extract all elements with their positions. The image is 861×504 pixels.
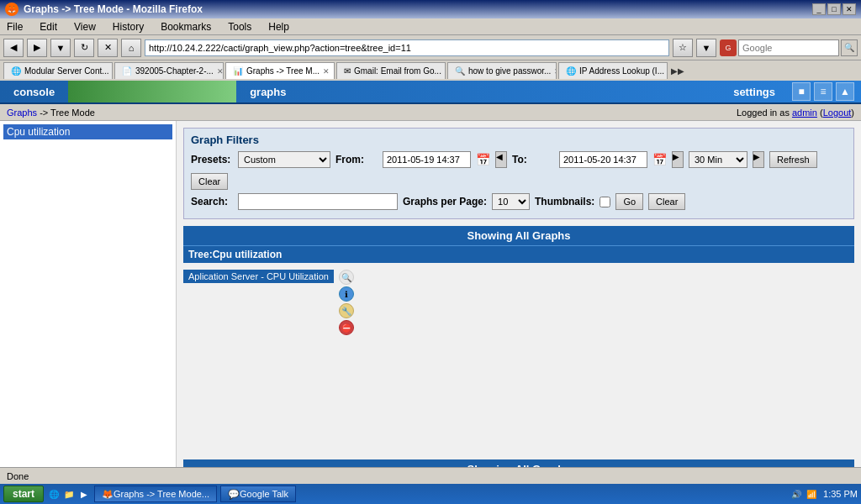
interval-arrow[interactable]: ▶ — [753, 151, 764, 168]
menu-tools[interactable]: Tools — [224, 20, 255, 34]
search-input[interactable] — [238, 193, 398, 210]
tab-password[interactable]: 🔍 how to give passwor... ✕ — [447, 62, 557, 79]
tab-gmail-favicon: ✉ — [344, 66, 351, 76]
thumbnails-checkbox[interactable] — [600, 197, 610, 207]
taskbar-time: 1:35 PM — [823, 489, 858, 499]
tree-label: Tree: — [188, 249, 213, 260]
zoom-icon[interactable]: 🔍 — [339, 270, 354, 285]
tab-gmail-close[interactable]: ✕ — [445, 67, 446, 76]
settings-icon[interactable]: 🔧 — [339, 303, 354, 318]
logout-link[interactable]: Logout — [823, 108, 852, 118]
tray-icon-2: 📶 — [805, 487, 818, 501]
breadcrumb-separator: -> — [40, 108, 50, 118]
statusbar: Done — [0, 467, 861, 484]
maximize-button[interactable]: □ — [827, 3, 841, 15]
tab-chapter-label: 392005-Chapter-2-... — [135, 66, 214, 76]
graphs-per-page-select[interactable]: 10 5 20 50 — [492, 193, 530, 210]
to-arrow-right[interactable]: ▶ — [672, 151, 684, 168]
taskbar-googletalk-label: Google Talk — [240, 489, 288, 499]
menu-bookmarks[interactable]: Bookmarks — [157, 20, 214, 34]
taskbar-firefox-label: Graphs -> Tree Mode... — [114, 489, 209, 499]
nav-settings[interactable]: settings — [720, 82, 789, 102]
interval-select[interactable]: 30 Min 1 Hour — [689, 151, 747, 168]
menu-edit[interactable]: Edit — [36, 20, 61, 34]
nav-icon-3[interactable]: ▲ — [836, 82, 854, 101]
status-text: Done — [7, 471, 29, 481]
graph-entry-label[interactable]: Aplication Server - CPU Utilization — [183, 270, 334, 283]
from-calendar-icon[interactable]: 📅 — [476, 153, 490, 166]
close-button[interactable]: ✕ — [843, 3, 856, 15]
login-username[interactable]: admin — [792, 108, 817, 118]
browser-tabs: 🌐 Modular Server Cont... ✕ 📄 392005-Chap… — [0, 60, 861, 81]
search-input[interactable] — [738, 39, 839, 56]
system-tray-icons: 🔊 📶 — [790, 487, 818, 501]
presets-select[interactable]: Custom Last Hour Last Day — [238, 151, 330, 168]
menubar: File Edit View History Bookmarks Tools H… — [0, 18, 861, 35]
nav-icon-2[interactable]: ≡ — [814, 82, 832, 101]
tab-ip-label: IP Address Lookup (I... — [579, 66, 664, 76]
url-text: http://10.24.2.222/cacti/graph_view.php?… — [149, 43, 411, 53]
tab-graphs-close[interactable]: ✕ — [323, 67, 330, 76]
back-button[interactable]: ◀ — [3, 39, 24, 57]
taskbar-firefox-icon: 🦊 — [102, 489, 114, 500]
tab-graphs[interactable]: 📊 Graphs -> Tree M... ✕ — [225, 62, 335, 79]
menu-file[interactable]: File — [3, 20, 26, 34]
breadcrumb: Graphs -> Tree Mode — [7, 108, 95, 118]
graph-action-icons: 🔍 ℹ 🔧 ⛔ — [339, 270, 354, 335]
tab-modular-favicon: 🌐 — [11, 66, 21, 76]
nav-graphs[interactable]: graphs — [236, 81, 299, 102]
tab-chapter-close[interactable]: ✕ — [217, 67, 224, 76]
menu-help[interactable]: Help — [265, 20, 293, 34]
window-controls[interactable]: _ □ ✕ — [812, 3, 856, 15]
taskbar: start 🌐 📁 ▶ 🦊 Graphs -> Tree Mode... 💬 G… — [0, 484, 861, 504]
tab-modular[interactable]: 🌐 Modular Server Cont... ✕ — [3, 62, 113, 79]
go-button[interactable]: Go — [615, 193, 643, 210]
refresh-button[interactable]: Refresh — [769, 151, 817, 168]
thumbnails-label: Thumbnails: — [535, 196, 594, 207]
dropdown-button[interactable]: ▼ — [50, 39, 71, 57]
taskbar-googletalk[interactable]: 💬 Google Talk — [220, 486, 296, 502]
login-prefix: Logged in as — [737, 108, 790, 118]
forward-button[interactable]: ▶ — [27, 39, 47, 57]
stop-button[interactable]: ✕ — [98, 39, 118, 57]
clear-button-2[interactable]: Clear — [648, 193, 685, 210]
bookmark-button[interactable]: ☆ — [673, 39, 693, 57]
tab-gmail[interactable]: ✉ Gmail: Email from Go... ✕ — [336, 62, 446, 79]
tab-ip-favicon: 🌐 — [566, 66, 576, 76]
nav-console[interactable]: console — [0, 81, 68, 102]
tree-name: Cpu utilization — [213, 249, 283, 260]
bookmark-dropdown[interactable]: ▼ — [696, 39, 716, 57]
info-icon[interactable]: ℹ — [339, 286, 354, 302]
minimize-button[interactable]: _ — [812, 3, 826, 15]
sidebar-item-cpu[interactable]: Cpu utilization — [3, 124, 172, 139]
taskbar-googletalk-icon: 💬 — [228, 489, 240, 500]
from-input[interactable] — [383, 151, 471, 168]
to-calendar-icon[interactable]: 📅 — [652, 153, 667, 166]
search-engine-icon: G — [720, 39, 737, 56]
delete-icon[interactable]: ⛔ — [339, 320, 354, 335]
showing-all-graphs-header: Showing All Graphs — [183, 226, 854, 245]
search-go-button[interactable]: 🔍 — [841, 39, 858, 56]
from-arrow-left[interactable]: ◀ — [495, 151, 507, 168]
reload-button[interactable]: ↻ — [74, 39, 94, 57]
filter-row-2: Search: Graphs per Page: 10 5 20 50 Thum… — [191, 193, 847, 210]
menu-view[interactable]: View — [71, 20, 99, 34]
firefox-icon: 🦊 — [5, 3, 18, 16]
filter-row-1: Presets: Custom Last Hour Last Day From:… — [191, 151, 847, 190]
breadcrumb-graphs-link[interactable]: Graphs — [7, 108, 37, 118]
new-tab-button[interactable]: ▶▶ — [671, 66, 684, 76]
taskbar-firefox[interactable]: 🦊 Graphs -> Tree Mode... — [94, 486, 217, 502]
tab-ip[interactable]: 🌐 IP Address Lookup (I... ✕ — [558, 62, 668, 79]
to-label: To: — [512, 154, 554, 165]
clear-button-1[interactable]: Clear — [191, 173, 228, 190]
to-input[interactable] — [559, 151, 647, 168]
tab-password-close[interactable]: ✕ — [554, 67, 557, 76]
address-input[interactable]: http://10.24.2.222/cacti/graph_view.php?… — [145, 39, 669, 56]
tab-password-label: how to give passwor... — [468, 66, 551, 76]
home-button[interactable]: ⌂ — [121, 39, 141, 57]
tab-chapter[interactable]: 📄 392005-Chapter-2-... ✕ — [114, 62, 224, 79]
search-label: Search: — [191, 196, 233, 207]
start-button[interactable]: start — [3, 486, 44, 502]
nav-icon-1[interactable]: ■ — [792, 82, 811, 101]
menu-history[interactable]: History — [109, 20, 147, 34]
